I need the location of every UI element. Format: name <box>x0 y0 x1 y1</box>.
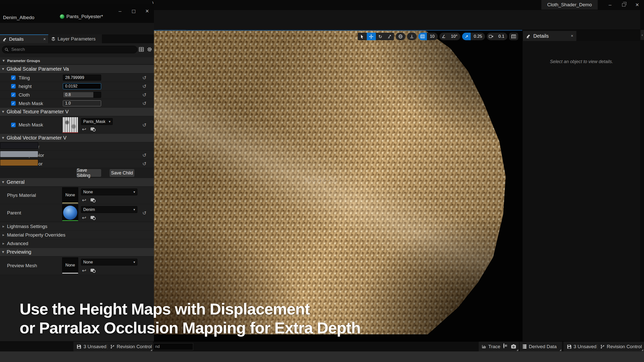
maximize-icon[interactable]: □ <box>130 7 137 15</box>
camera-speed-control[interactable]: 0.1 <box>487 33 507 40</box>
app-window-tab[interactable]: Cloth_Shader_Demo <box>541 0 598 10</box>
status-segment-left: 3 Unsaved Revision Control <box>73 342 153 352</box>
phys-material-thumbnail[interactable]: None <box>62 187 78 203</box>
grid-snap-value[interactable]: 10 <box>427 33 438 40</box>
parameter-groups-label: Parameter Groups <box>7 59 40 63</box>
grid-snap-control[interactable]: 10 <box>418 33 438 40</box>
texture-asset-dropdown[interactable]: Pants_Mask ▾ <box>81 118 113 125</box>
viewport-layout-button[interactable] <box>509 33 518 40</box>
preview-mesh-thumbnail[interactable]: None <box>62 257 78 274</box>
section-global-scalar[interactable]: ▼ Global Scalar Parameter Va <box>0 65 154 73</box>
trace-label[interactable]: Trace <box>488 342 500 352</box>
close-icon[interactable]: × <box>143 7 151 15</box>
checkbox-checked[interactable]: ✓ <box>11 84 16 88</box>
reset-to-default-icon[interactable]: ↺ <box>142 210 146 216</box>
reset-to-default-icon[interactable]: ↺ <box>142 101 146 106</box>
scale-tool-button[interactable] <box>385 33 394 40</box>
unsaved-count[interactable]: 3 Unsaved <box>84 342 106 352</box>
reset-to-default-icon[interactable]: ↺ <box>142 83 146 89</box>
minimize-icon[interactable]: – <box>606 1 614 9</box>
scale-snap-value[interactable]: 0.25 <box>471 33 485 40</box>
section-title: Global Texture Parameter V <box>7 109 68 115</box>
cloth-slider[interactable]: 0.8 <box>63 92 101 98</box>
search-input[interactable] <box>2 46 137 53</box>
revision-control-label[interactable]: Revision Control <box>607 342 642 352</box>
section-general[interactable]: ▼ General <box>0 178 154 187</box>
select-tool-button[interactable] <box>358 33 367 40</box>
tab-layer-parameters[interactable]: Layer Parameters <box>49 34 102 43</box>
use-selected-asset-icon[interactable]: ↩ <box>82 267 86 274</box>
bottom-strip <box>0 351 644 362</box>
preview-mesh-dropdown[interactable]: None ▾ <box>81 259 137 265</box>
reset-to-default-icon[interactable]: ↺ <box>142 152 146 158</box>
tab-details-right[interactable]: Details × <box>523 31 576 41</box>
section-global-texture[interactable]: ▼ Global Texture Parameter V <box>0 108 154 116</box>
minimize-icon[interactable]: – <box>116 7 124 15</box>
row-parent: Parent Denim ▾ ↩ ↺ <box>0 204 154 222</box>
tiling-value-field[interactable]: 28.799999 <box>63 75 101 81</box>
checkbox-checked[interactable]: ✓ <box>11 75 16 80</box>
reset-to-default-icon[interactable]: ↺ <box>142 92 146 98</box>
console-command-input[interactable]: nd <box>153 343 193 350</box>
move-tool-button[interactable] <box>367 33 376 40</box>
use-selected-asset-icon[interactable]: ↩ <box>82 126 86 132</box>
surface-snapping-button[interactable] <box>407 33 417 40</box>
color-swatch[interactable] <box>0 142 38 149</box>
cloth-value: 0.8 <box>63 92 101 98</box>
color-swatch[interactable] <box>0 159 38 166</box>
level-viewport[interactable]: MoHe-St ↻ 10 ∠ 10° ↗ <box>154 30 522 341</box>
resize-corner <box>559 349 561 351</box>
doc-tab-pants-polyester[interactable]: Pants_Polyester* <box>60 14 103 19</box>
parameter-groups-header[interactable]: ▼ Parameter Groups <box>0 57 154 64</box>
sidebar-expand-button[interactable]: ‹ <box>640 30 644 40</box>
section-lightmass-settings[interactable]: ▶ Lightmass Settings <box>0 222 154 231</box>
checkbox-checked[interactable]: ✓ <box>11 93 16 97</box>
checkbox-checked[interactable]: ✓ <box>11 123 16 127</box>
camera-speed-value[interactable]: 0.1 <box>495 33 507 40</box>
save-child-button[interactable]: Save Child <box>110 169 134 177</box>
close-icon[interactable]: × <box>633 1 641 9</box>
snapshot-camera-icon[interactable] <box>511 344 516 349</box>
revision-control-label[interactable]: Revision Control <box>117 342 152 352</box>
browse-to-asset-icon[interactable] <box>91 198 96 202</box>
column-view-icon[interactable] <box>139 47 144 52</box>
derived-data-label[interactable]: Derived Data <box>529 342 557 352</box>
browse-to-asset-icon[interactable] <box>91 127 96 131</box>
param-label: Mesh Mask <box>19 101 43 106</box>
rotation-snap-control[interactable]: ∠ 10° <box>439 33 461 40</box>
use-selected-asset-icon[interactable]: ↩ <box>82 215 86 221</box>
expander-right-icon: ▶ <box>3 242 5 245</box>
doc-tab-denim-albedo[interactable]: Denim_Albedo <box>3 15 34 20</box>
tab-details[interactable]: Details × <box>0 34 48 43</box>
parent-dropdown[interactable]: Denim ▾ <box>81 206 137 213</box>
close-icon[interactable]: × <box>571 33 573 38</box>
pause-icon[interactable] <box>503 343 504 348</box>
color-swatch[interactable] <box>0 151 38 157</box>
rotate-tool-button[interactable]: ↻ <box>376 33 385 40</box>
unsaved-count[interactable]: 3 Unsaved <box>574 342 596 352</box>
rotation-snap-value[interactable]: 10° <box>448 33 461 40</box>
use-selected-asset-icon[interactable]: ↩ <box>82 197 86 203</box>
reset-to-default-icon[interactable]: ↺ <box>142 75 146 80</box>
reset-to-default-icon[interactable]: ↺ <box>142 161 146 166</box>
mesh-mask-slider[interactable]: 1.0 <box>63 100 101 106</box>
restore-icon[interactable] <box>620 1 627 9</box>
section-previewing[interactable]: ▼ Previewing <box>0 248 154 256</box>
scale-snap-control[interactable]: ↗ 0.25 <box>462 33 485 40</box>
phys-material-dropdown[interactable]: None ▾ <box>81 189 137 195</box>
section-material-property-overrides[interactable]: ▶ Material Property Overrides <box>0 231 154 239</box>
reset-to-default-icon[interactable]: ↺ <box>142 122 146 128</box>
texture-thumbnail[interactable] <box>62 117 78 133</box>
status-segment-right: 3 Unsaved Revision Control <box>564 342 644 352</box>
close-icon[interactable]: × <box>43 37 46 42</box>
world-space-toggle-button[interactable] <box>396 33 405 40</box>
parent-material-thumbnail[interactable] <box>62 205 78 221</box>
section-global-vector[interactable]: ▼ Global Vector Parameter V <box>0 134 154 142</box>
gear-icon[interactable] <box>147 47 152 52</box>
save-sibling-button[interactable]: Save Sibling <box>76 169 101 177</box>
height-value-field[interactable] <box>63 83 101 89</box>
browse-to-asset-icon[interactable] <box>91 215 96 219</box>
browse-to-asset-icon[interactable] <box>91 268 96 272</box>
section-advanced[interactable]: ▶ Advanced <box>0 239 154 248</box>
checkbox-checked[interactable]: ✓ <box>11 101 16 106</box>
